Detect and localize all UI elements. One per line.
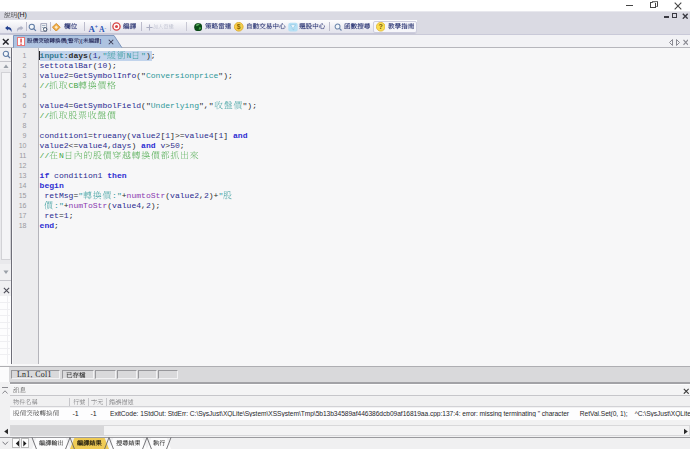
svg-text:?: ? bbox=[378, 23, 382, 31]
svg-text:$: $ bbox=[237, 23, 241, 31]
